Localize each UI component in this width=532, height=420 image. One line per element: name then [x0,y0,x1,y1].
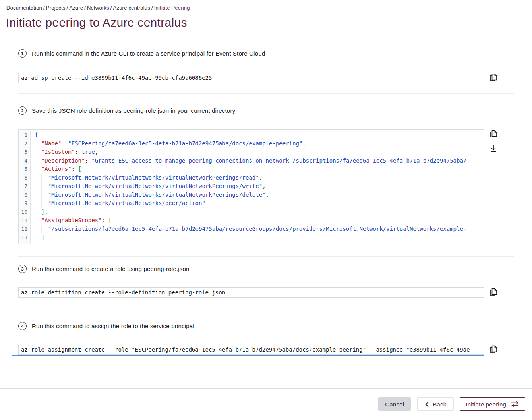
cancel-button[interactable]: Cancel [378,397,411,411]
editor-line: 11 "AssignableScopes": [ [19,216,484,225]
editor-line: 14} [19,242,484,245]
breadcrumb-separator: / [43,5,45,11]
step-1-command-text: az ad sp create --id e3899b11-4f6c-49ae-… [19,73,484,83]
step-1-number-badge: 1 [18,49,27,58]
wizard-card: 1 Run this command in the Azure CLI to c… [6,37,526,377]
step-3-command-text: az role definition create --role-definit… [19,288,484,297]
line-number: 3 [19,148,31,157]
line-number: 4 [19,157,31,165]
editor-line: 12 "/subscriptions/fa7eed6a-1ec5-4efa-b7… [19,225,484,234]
editor-line: 4 "Description": "Grants ESC access to m… [19,157,484,165]
step-3-section: 3 Run this command to create a role usin… [18,257,514,314]
breadcrumb-current: Initiate Peering [154,5,190,11]
editor-line: 8 "Microsoft.Network/virtualNetworks/vir… [19,191,484,199]
editor-line: 2 "Name": "ESCPeering/fa7eed6a-1ec5-4efa… [19,139,484,148]
copy-icon[interactable] [489,287,498,297]
line-number: 12 [19,225,31,234]
step-4-section: 4 Run this command to assign the role to… [18,314,514,355]
step-2-label: Save this JSON role definition as peerin… [32,107,235,114]
step-1-section: 1 Run this command in the Azure CLI to c… [18,37,514,94]
line-number: 2 [19,139,31,148]
initiate-peering-button[interactable]: Initiate peering [460,397,525,411]
step-2-number-badge: 2 [18,106,27,115]
editor-line: 7 "Microsoft.Network/virtualNetworks/vir… [19,182,484,191]
swap-horizontal-icon [510,401,520,407]
chevron-left-icon [425,401,429,407]
download-icon[interactable] [489,144,498,153]
copy-icon[interactable] [489,345,498,354]
line-number: 5 [19,165,31,174]
back-button[interactable]: Back [417,397,454,411]
breadcrumb-separator: / [84,5,86,11]
step-1-label: Run this command in the Azure CLI to cre… [32,50,265,57]
step-4-number-badge: 4 [18,322,27,330]
copy-icon[interactable] [489,129,498,139]
breadcrumb-item[interactable]: Azure [69,5,83,11]
line-number: 8 [19,191,31,199]
editor-line: 9 "Microsoft.Network/virtualNetworks/pee… [19,199,484,208]
breadcrumb-separator: / [151,5,153,11]
page-title: Initiate peering to Azure centralus [6,16,532,29]
json-editor[interactable]: 1{2 "Name": "ESCPeering/fa7eed6a-1ec5-4e… [18,129,484,244]
line-number: 14 [19,242,31,245]
editor-line: 1{ [19,131,484,139]
step-2-section: 2 Save this JSON role definition as peer… [18,94,514,257]
step-3-label: Run this command to create a role using … [32,265,190,272]
initiate-peering-label: Initiate peering [466,401,506,408]
step-4-command-box[interactable]: az role assignment create --role "ESCPee… [18,345,484,355]
breadcrumb-item[interactable]: Projects [46,5,66,11]
line-number: 10 [19,208,31,217]
json-editor-lines: 1{2 "Name": "ESCPeering/fa7eed6a-1ec5-4e… [19,131,484,244]
step-4-command-text: az role assignment create --role "ESCPee… [19,345,484,354]
line-number: 6 [19,174,31,182]
step-1-command-box[interactable]: az ad sp create --id e3899b11-4f6c-49ae-… [18,73,484,83]
breadcrumb-separator: / [110,5,112,11]
back-button-label: Back [433,401,446,408]
copy-icon[interactable] [489,73,498,82]
breadcrumb: Documentation/Projects/Azure/Networks/Az… [0,0,532,11]
editor-line: 13 ] [19,233,484,242]
editor-line: 10 ], [19,208,484,217]
footer-divider [0,388,532,389]
editor-line: 6 "Microsoft.Network/virtualNetworks/vir… [19,174,484,182]
breadcrumb-item[interactable]: Azure centralus [113,5,150,11]
line-number: 1 [19,131,31,139]
line-number: 13 [19,233,31,242]
step-4-label: Run this command to assign the role to t… [32,323,194,329]
step-3-number-badge: 3 [18,265,27,273]
line-number: 11 [19,216,31,225]
step-3-command-box[interactable]: az role definition create --role-definit… [18,287,484,298]
editor-line: 3 "IsCustom": true, [19,148,484,157]
breadcrumb-item[interactable]: Documentation [6,5,42,11]
breadcrumb-separator: / [66,5,68,11]
line-number: 9 [19,199,31,208]
editor-line: 5 "Actions": [ [19,165,484,174]
footer-actions: Cancel Back Initiate peering [0,397,532,411]
breadcrumb-item[interactable]: Networks [87,5,109,11]
line-number: 7 [19,182,31,191]
